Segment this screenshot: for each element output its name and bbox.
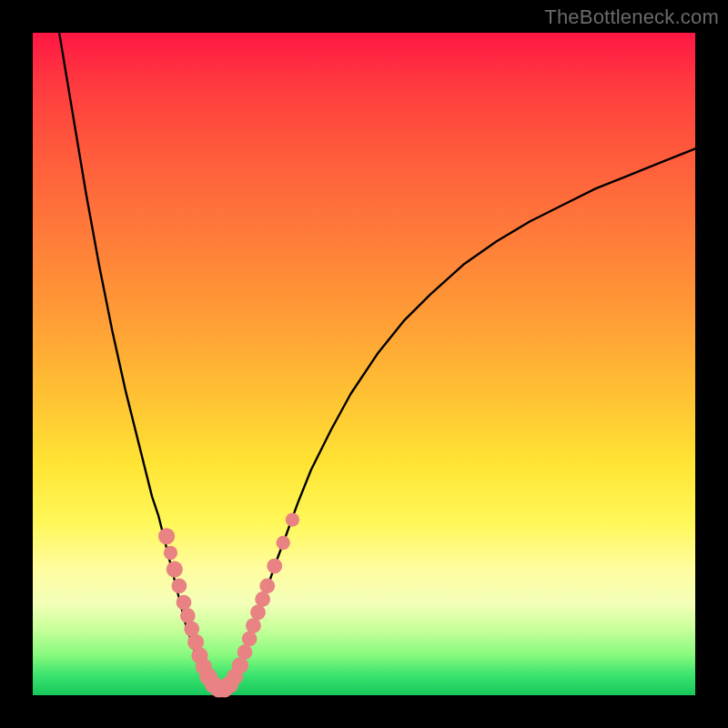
chart-markers xyxy=(158,512,299,697)
chart-marker xyxy=(250,605,266,621)
chart-marker xyxy=(259,578,275,593)
chart-marker xyxy=(164,546,177,560)
chart-curve xyxy=(59,33,695,692)
chart-marker xyxy=(177,595,192,611)
chart-frame: TheBottleneck.com xyxy=(0,0,728,728)
chart-marker xyxy=(246,618,261,633)
chart-marker xyxy=(238,644,253,660)
chart-marker xyxy=(242,632,258,647)
chart-marker xyxy=(286,512,299,526)
chart-plot-area xyxy=(33,33,695,695)
chart-marker xyxy=(255,592,270,607)
chart-marker xyxy=(158,528,175,544)
chart-marker xyxy=(267,559,282,574)
chart-svg xyxy=(33,33,695,695)
chart-marker xyxy=(276,536,289,550)
chart-marker xyxy=(167,561,183,578)
chart-marker xyxy=(171,578,187,593)
chart-marker xyxy=(180,608,196,623)
watermark-text: TheBottleneck.com xyxy=(544,5,719,29)
